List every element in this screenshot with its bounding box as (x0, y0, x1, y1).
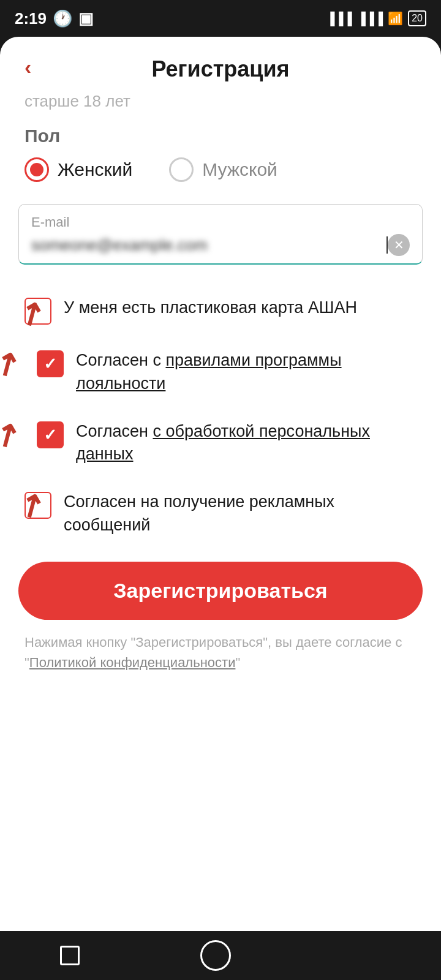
disclaimer-text: Нажимая кнопку "Зарегистрироваться", вы … (24, 635, 402, 670)
checkbox-loyalty-text: Согласен с правилами программы лояльност… (76, 349, 417, 396)
disclaimer: Нажимая кнопку "Зарегистрироваться", вы … (0, 620, 441, 685)
checkmark-loyalty: ✓ (43, 356, 57, 372)
checkbox-personal-data-box[interactable]: ✓ (37, 421, 64, 448)
signal-icon-2: ▐▐▐ (357, 12, 383, 26)
checkbox-personal-data: ↗ ✓ Согласен с обработкой персональных д… (37, 408, 417, 479)
checkbox-plastic-card-text: У меня есть пластиковая карта АШАН (64, 296, 417, 320)
checkbox-section: ↗ У меня есть пластиковая карта АШАН ↗ ✓… (0, 284, 441, 549)
arrow-annotation-2: ↗ (0, 342, 27, 386)
email-value[interactable]: someone@example.com (31, 236, 385, 255)
status-time: 2:19 (15, 9, 47, 28)
checkbox-loyalty-box[interactable]: ✓ (37, 350, 64, 377)
status-icons: ▐▐▐ ▐▐▐ 📶 20 (326, 10, 426, 26)
signal-icon-1: ▐▐▐ (326, 12, 352, 26)
radio-male-circle (169, 157, 194, 182)
status-bar: 2:19 🕐 ▣ ▐▐▐ ▐▐▐ 📶 20 (0, 0, 441, 37)
checkbox-loyalty: ↗ ✓ Согласен с правилами программы лояль… (37, 337, 417, 408)
checkbox-ads-text: Согласен на получение рекламных сообщени… (64, 491, 417, 537)
page-title: Регистрация (151, 56, 289, 82)
radio-female-dot (30, 163, 43, 176)
radio-male-label: Мужской (202, 159, 277, 180)
radio-female-label: Женский (58, 159, 132, 180)
registration-card: ‹ Регистрация старше 18 лет Пол Женский … (0, 37, 441, 931)
checkbox-plastic-card: ↗ У меня есть пластиковая карта АШАН (24, 284, 417, 337)
clear-button[interactable]: ✕ (388, 234, 410, 256)
wifi-icon: 📶 (388, 11, 403, 26)
email-input-container[interactable]: E-mail someone@example.com ✕ (18, 204, 423, 265)
alarm-icon: 🕐 (53, 9, 72, 28)
nav-square-button[interactable] (60, 946, 80, 965)
email-label: E-mail (31, 214, 410, 230)
message-icon: ▣ (78, 9, 94, 28)
radio-female-circle (24, 157, 49, 182)
age-hint: старше 18 лет (0, 92, 441, 111)
gender-label: Пол (0, 126, 441, 146)
radio-male[interactable]: Мужской (169, 157, 277, 182)
privacy-link[interactable]: Политикой конфиденциальности (29, 655, 236, 670)
register-button[interactable]: Зарегистрироваться (18, 562, 423, 620)
back-button[interactable]: ‹ (24, 56, 31, 77)
email-input-row: someone@example.com ✕ (31, 234, 410, 256)
arrow-annotation-3: ↗ (0, 413, 27, 457)
arrow-annotation-4: ↗ (11, 484, 51, 528)
header: ‹ Регистрация (0, 37, 441, 92)
nav-home-button[interactable] (200, 940, 231, 971)
battery-indicator: 20 (408, 10, 426, 26)
checkbox-personal-data-text: Согласен с обработкой персональных данны… (76, 420, 417, 467)
radio-female[interactable]: Женский (24, 157, 132, 182)
checkmark-personal: ✓ (43, 427, 57, 443)
bottom-nav (0, 931, 441, 980)
gender-radio-group: Женский Мужской (0, 157, 441, 182)
checkbox-ads: ↗ Согласен на получение рекламных сообще… (24, 478, 417, 549)
